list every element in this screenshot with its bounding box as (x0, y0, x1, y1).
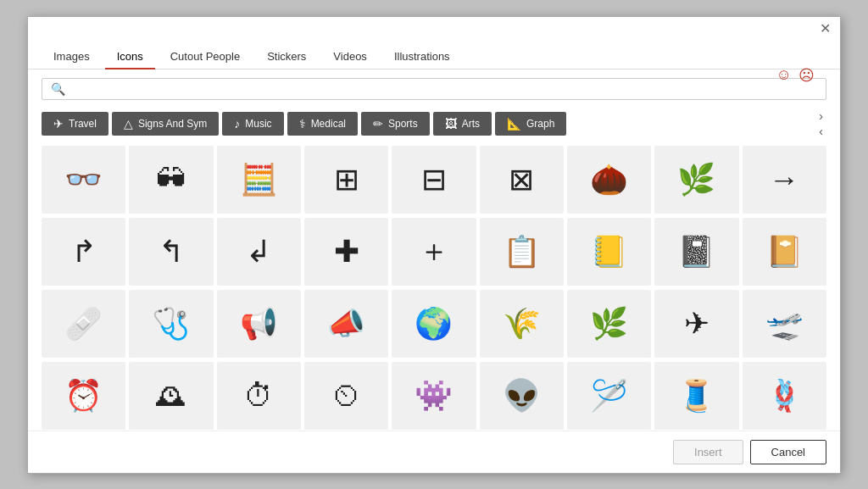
icon-cell-address-book-light[interactable]: 📔 (743, 218, 826, 286)
icon-cell-agriculture-filled[interactable]: 🌾 (480, 290, 564, 358)
travel-icon: ✈ (53, 117, 64, 131)
icon-cell-alarm-clock-ringing[interactable]: ⏱ (217, 362, 301, 430)
insert-button[interactable]: Insert (673, 440, 743, 464)
arts-icon: 🖼 (445, 117, 457, 131)
icon-cell-arrow-right-curve[interactable]: → (743, 146, 826, 214)
scroll-arrows: › ‹ (815, 108, 826, 139)
icon-cell-agriculture-outline[interactable]: 🌿 (567, 290, 651, 358)
title-bar: ✕ (28, 17, 840, 41)
feedback-icons: ☺ ☹ (776, 66, 815, 85)
icon-cell-address-book-filled[interactable]: 📋 (480, 218, 564, 286)
graph-icon: 📐 (507, 117, 521, 131)
icon-cell-yarn-ball[interactable]: 🪢 (743, 362, 826, 430)
category-graph[interactable]: 📐 Graph (495, 112, 566, 136)
category-medical[interactable]: ⚕ Medical (287, 112, 358, 136)
tab-images[interactable]: Images (42, 45, 102, 69)
icon-cell-arrow-curve-left[interactable]: ↲ (217, 218, 301, 286)
icon-cell-airplane-outline[interactable]: 🛫 (743, 290, 826, 358)
icon-cell-billboard-outline[interactable]: 📣 (304, 290, 388, 358)
icon-cell-alien-filled[interactable]: 👾 (392, 362, 476, 430)
signs-icon: △ (124, 117, 133, 131)
icon-cell-abacus-outline[interactable]: ⊟ (392, 146, 476, 214)
sad-feedback-icon[interactable]: ☹ (798, 66, 815, 85)
sports-icon: ✏ (373, 117, 383, 131)
category-signs[interactable]: △ Signs And Sym (112, 112, 219, 136)
icon-cell-plus-thin[interactable]: ＋ (392, 218, 476, 286)
category-bar: ✈ Travel △ Signs And Sym ♪ Music ⚕ Medic… (28, 108, 840, 139)
happy-feedback-icon[interactable]: ☺ (776, 66, 792, 85)
icon-cell-address-book-dark[interactable]: 📓 (654, 218, 738, 286)
icon-cell-3d-glasses-filled[interactable]: 👓 (42, 146, 125, 214)
icon-cell-bandage-filled[interactable]: 🩹 (42, 290, 125, 358)
icon-cell-alarm-clock-outline[interactable]: 🕰 (129, 362, 213, 430)
icon-cell-alarm-clock-filled[interactable]: ⏰ (42, 362, 125, 430)
icon-cell-address-book-outline[interactable]: 📒 (567, 218, 651, 286)
icon-cell-abacus-grid[interactable]: ⊠ (480, 146, 564, 214)
icon-cell-abacus-filled[interactable]: 🧮 (217, 146, 301, 214)
category-music[interactable]: ♪ Music (222, 112, 283, 136)
icon-cell-airplane-filled[interactable]: ✈ (654, 290, 738, 358)
close-button[interactable]: ✕ (816, 20, 833, 37)
category-arts[interactable]: 🖼 Arts (433, 112, 492, 136)
tab-videos[interactable]: Videos (321, 45, 379, 69)
search-input-wrap: 🔍 (42, 78, 826, 100)
icon-cell-acorn-outline[interactable]: 🌿 (654, 146, 738, 214)
category-sports[interactable]: ✏ Sports (361, 112, 430, 136)
search-icon: 🔍 (51, 82, 65, 96)
scroll-up-button[interactable]: ‹ (815, 124, 826, 139)
icon-cell-africa-map[interactable]: 🌍 (392, 290, 476, 358)
category-travel[interactable]: ✈ Travel (42, 112, 108, 136)
tab-illustrations[interactable]: Illustrations (382, 45, 462, 69)
tab-stickers[interactable]: Stickers (255, 45, 318, 69)
icon-cell-bandage-outline[interactable]: 🩺 (129, 290, 213, 358)
icons-grid: 👓🕶🧮⊞⊟⊠🌰🌿→↱↰↲✚＋📋📒📓📔🩹🩺📢📣🌍🌾🌿✈🛫⏰🕰⏱⏲👾👽🪡🧵🪢 (28, 146, 840, 431)
icon-cell-arrow-curve-left-down[interactable]: ↰ (129, 218, 213, 286)
icon-cell-3d-glasses-outline[interactable]: 🕶 (129, 146, 213, 214)
icon-cell-plus-thick[interactable]: ✚ (304, 218, 388, 286)
tab-cutout-people[interactable]: Cutout People (159, 45, 252, 69)
icon-cell-acorn-filled[interactable]: 🌰 (567, 146, 651, 214)
icon-cell-arrow-curve-right[interactable]: ↱ (42, 218, 125, 286)
scroll-right-button[interactable]: › (815, 108, 826, 124)
search-input[interactable] (72, 82, 817, 95)
icon-cell-sewing-needle[interactable]: 🧵 (654, 362, 738, 430)
cancel-button[interactable]: Cancel (750, 440, 826, 464)
icon-cell-alien-outline[interactable]: 👽 (480, 362, 564, 430)
icon-cell-billboard-filled[interactable]: 📢 (217, 290, 301, 358)
tab-icons[interactable]: Icons (105, 45, 155, 69)
dialog-footer: Insert Cancel (28, 431, 840, 473)
medical-icon: ⚕ (299, 117, 306, 131)
music-icon: ♪ (234, 117, 240, 131)
tab-bar: Images Icons Cutout People Stickers Vide… (28, 41, 840, 69)
icon-cell-abacus-dots[interactable]: ⊞ (304, 146, 388, 214)
insert-icons-dialog: ✕ ☺ ☹ Images Icons Cutout People Sticker… (27, 16, 841, 474)
icon-cell-alarm-clock-ringing-outline[interactable]: ⏲ (304, 362, 388, 430)
icon-cell-needle-thread[interactable]: 🪡 (567, 362, 651, 430)
search-bar: 🔍 (28, 69, 840, 108)
